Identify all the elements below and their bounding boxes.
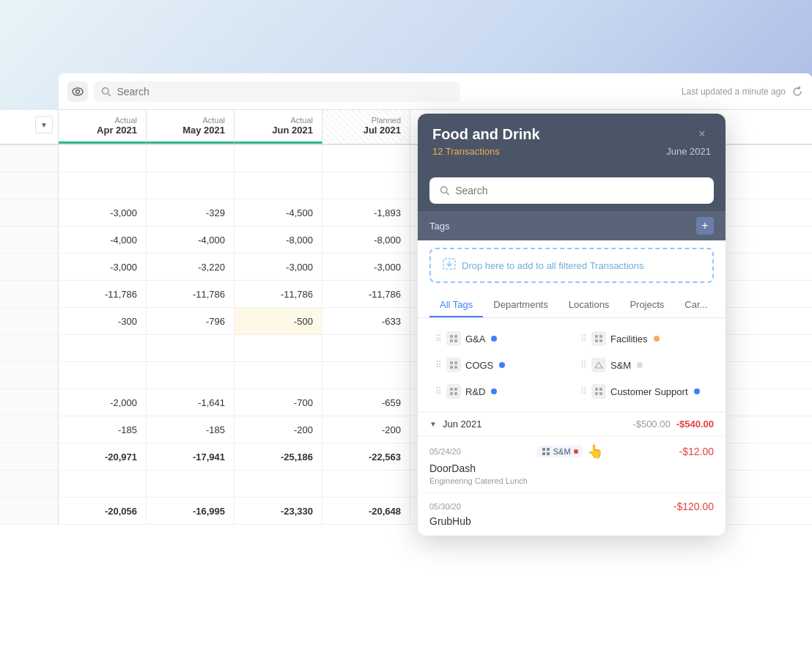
table-cell[interactable] bbox=[147, 471, 235, 497]
table-cell[interactable] bbox=[59, 145, 147, 172]
table-cell[interactable] bbox=[235, 172, 322, 199]
tab-projects[interactable]: Projects bbox=[619, 293, 674, 317]
table-cell[interactable] bbox=[322, 145, 410, 172]
table-cell[interactable] bbox=[59, 172, 147, 199]
table-cell[interactable]: -20,648 bbox=[322, 498, 410, 524]
table-cell[interactable]: -1,641 bbox=[147, 389, 235, 416]
table-cell[interactable]: -11,786 bbox=[147, 281, 235, 307]
refresh-icon[interactable] bbox=[791, 86, 803, 97]
table-cell[interactable]: -20,971 bbox=[59, 443, 147, 470]
table-cell[interactable] bbox=[147, 145, 235, 172]
table-cell[interactable]: -185 bbox=[59, 416, 147, 443]
popup-close-button[interactable]: × bbox=[693, 125, 711, 143]
table-cell[interactable]: -2,000 bbox=[59, 389, 147, 416]
popup-search-container[interactable] bbox=[429, 177, 714, 204]
table-cell[interactable]: -3,000 bbox=[59, 199, 147, 226]
table-cell[interactable] bbox=[147, 172, 235, 199]
drop-icon bbox=[443, 258, 456, 273]
table-cell[interactable]: -8,000 bbox=[322, 226, 410, 253]
table-cell[interactable]: -329 bbox=[147, 199, 235, 226]
table-cell[interactable] bbox=[147, 362, 235, 388]
svg-rect-28 bbox=[547, 448, 550, 451]
svg-line-3 bbox=[108, 93, 110, 95]
table-cell[interactable] bbox=[322, 335, 410, 361]
svg-rect-18 bbox=[454, 366, 457, 369]
table-cell[interactable]: -4,500 bbox=[235, 199, 322, 226]
tag-dot-sm bbox=[637, 362, 643, 368]
txn-item-grubhub[interactable]: 05/30/20 -$120.00 GrubHub bbox=[418, 493, 726, 536]
table-cell[interactable] bbox=[59, 335, 147, 361]
table-cell[interactable]: -22,563 bbox=[322, 443, 410, 470]
table-cell[interactable]: -20,056 bbox=[59, 498, 147, 524]
table-cell[interactable]: -659 bbox=[322, 389, 410, 416]
table-cell[interactable]: -300 bbox=[59, 308, 147, 334]
table-cell[interactable] bbox=[322, 471, 410, 497]
table-cell[interactable]: -4,000 bbox=[147, 226, 235, 253]
popup-search-input[interactable] bbox=[455, 185, 704, 196]
table-cell[interactable]: -11,786 bbox=[322, 281, 410, 307]
tab-cards[interactable]: Car... bbox=[674, 293, 717, 317]
table-cell[interactable] bbox=[235, 471, 322, 497]
svg-rect-12 bbox=[599, 335, 602, 338]
collapse-button[interactable]: ▼ bbox=[35, 116, 53, 133]
table-cell[interactable]: -3,000 bbox=[322, 254, 410, 280]
table-cell[interactable] bbox=[59, 471, 147, 497]
txn-date-doordash: 05/24/20 bbox=[429, 447, 461, 456]
add-tag-button[interactable]: + bbox=[696, 217, 714, 235]
tag-dot-facilities bbox=[654, 336, 660, 342]
svg-rect-15 bbox=[450, 361, 453, 364]
table-cell[interactable]: -3,000 bbox=[59, 254, 147, 280]
tab-departments[interactable]: Departments bbox=[483, 293, 558, 317]
tag-item-rd[interactable]: ⠿ R&D bbox=[429, 380, 569, 403]
tab-all-tags[interactable]: All Tags bbox=[429, 293, 483, 317]
table-cell[interactable]: -11,786 bbox=[59, 281, 147, 307]
svg-rect-17 bbox=[450, 366, 453, 369]
table-cell[interactable]: -17,941 bbox=[147, 443, 235, 470]
table-cell[interactable]: -23,330 bbox=[235, 498, 322, 524]
tag-grid-icon bbox=[542, 447, 550, 456]
txn-section-header[interactable]: ▼ Jun 2021 -$500.00 -$540.00 bbox=[418, 413, 726, 436]
table-cell[interactable] bbox=[235, 362, 322, 388]
row-label bbox=[0, 416, 59, 443]
table-cell[interactable]: -8,000 bbox=[235, 226, 322, 253]
table-cell[interactable]: -796 bbox=[147, 308, 235, 334]
table-cell[interactable]: -185 bbox=[147, 416, 235, 443]
table-cell[interactable]: -4,000 bbox=[59, 226, 147, 253]
table-cell[interactable]: -25,186 bbox=[235, 443, 322, 470]
svg-rect-20 bbox=[454, 388, 457, 391]
table-cell[interactable]: -3,220 bbox=[147, 254, 235, 280]
svg-rect-23 bbox=[595, 388, 598, 391]
table-cell[interactable] bbox=[322, 172, 410, 199]
table-cell[interactable] bbox=[322, 362, 410, 388]
txn-tag-badge-doordash[interactable]: S&M bbox=[537, 446, 583, 457]
tag-item-facilities[interactable]: ⠿ Facilities bbox=[575, 327, 714, 350]
tag-name-cogs: COGS bbox=[465, 360, 493, 371]
toolbar-search-input[interactable] bbox=[117, 86, 453, 97]
toolbar-search[interactable] bbox=[94, 81, 460, 102]
svg-rect-16 bbox=[454, 361, 457, 364]
table-cell[interactable] bbox=[59, 362, 147, 388]
tag-item-sm[interactable]: ⠿ S&M bbox=[575, 353, 714, 377]
txn-item-doordash[interactable]: 05/24/20 S&M 👆 -$12.00 DoorDash Engineer… bbox=[418, 436, 726, 493]
eye-icon[interactable] bbox=[67, 81, 88, 102]
table-cell[interactable] bbox=[147, 335, 235, 361]
table-cell[interactable]: -1,893 bbox=[322, 199, 410, 226]
table-cell[interactable]: -11,786 bbox=[235, 281, 322, 307]
table-cell[interactable]: -700 bbox=[235, 389, 322, 416]
popup-date: June 2021 bbox=[666, 146, 711, 157]
table-cell[interactable] bbox=[235, 335, 322, 361]
table-cell[interactable]: -633 bbox=[322, 308, 410, 334]
table-cell[interactable]: -16,995 bbox=[147, 498, 235, 524]
table-cell[interactable]: -200 bbox=[322, 416, 410, 443]
drop-zone[interactable]: Drop here to add to all filtered Transac… bbox=[429, 248, 714, 283]
popup-header: Food and Drink × 12 Transactions June 20… bbox=[418, 114, 726, 167]
tag-item-cogs[interactable]: ⠿ COGS bbox=[429, 353, 569, 377]
table-cell[interactable]: -500 bbox=[235, 308, 322, 334]
tag-icon-customer-support bbox=[591, 384, 606, 399]
tag-item-gna[interactable]: ⠿ G&A bbox=[429, 327, 569, 350]
table-cell[interactable]: -200 bbox=[235, 416, 322, 443]
tab-locations[interactable]: Locations bbox=[558, 293, 620, 317]
table-cell[interactable]: -3,000 bbox=[235, 254, 322, 280]
table-cell[interactable] bbox=[235, 145, 322, 172]
tag-item-customer-support[interactable]: ⠿ Customer Support bbox=[575, 380, 714, 403]
